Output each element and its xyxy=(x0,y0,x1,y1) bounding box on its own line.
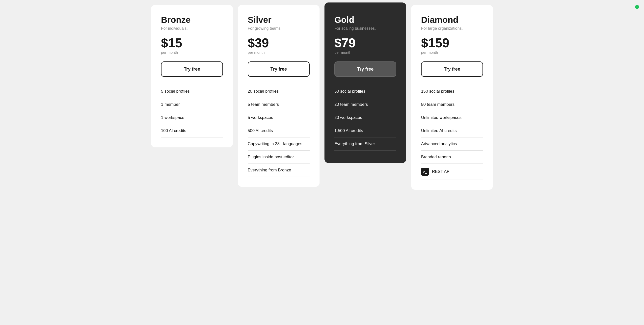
try-free-button-diamond[interactable]: Try free xyxy=(421,62,483,77)
plan-card-diamond: Diamond For large organizations. $159 pe… xyxy=(411,5,493,190)
plan-period-silver: per month xyxy=(248,50,310,54)
feature-members-gold: 20 team members xyxy=(334,98,396,111)
plan-tagline-diamond: For large organizations. xyxy=(421,26,483,31)
features-list-bronze: 5 social profiles 1 member 1 workspace 1… xyxy=(161,85,223,138)
try-free-button-silver[interactable]: Try free xyxy=(248,62,310,77)
feature-social-profiles-silver: 20 social profiles xyxy=(248,85,310,98)
plan-name-diamond: Diamond xyxy=(421,15,483,25)
feature-members-diamond: 50 team members xyxy=(421,98,483,111)
feature-ai-credits-silver: 500 AI credits xyxy=(248,124,310,138)
feature-members-bronze: 1 member xyxy=(161,98,223,111)
plan-card-silver: Silver For growing teams. $39 per month … xyxy=(238,5,320,187)
terminal-icon: >_ xyxy=(421,168,429,176)
plan-price-silver: $39 xyxy=(248,37,310,49)
feature-ai-credits-diamond: Unlimited AI credits xyxy=(421,124,483,138)
feature-social-profiles-bronze: 5 social profiles xyxy=(161,85,223,98)
feature-workspaces-diamond: Unlimited workspaces xyxy=(421,111,483,124)
plan-price-diamond: $159 xyxy=(421,37,483,49)
features-list-gold: 50 social profiles 20 team members 20 wo… xyxy=(334,85,396,150)
plan-period-diamond: per month xyxy=(421,50,483,54)
features-list-diamond: 150 social profiles 50 team members Unli… xyxy=(421,85,483,180)
feature-ai-credits-bronze: 100 AI credits xyxy=(161,124,223,138)
status-indicator xyxy=(635,5,639,9)
feature-api-diamond: >_ REST API xyxy=(421,164,483,180)
plan-period-bronze: per month xyxy=(161,50,223,54)
plan-tagline-gold: For scaling businesses. xyxy=(334,26,396,31)
plan-period-gold: per month xyxy=(334,50,396,54)
plan-tagline-bronze: For individuals. xyxy=(161,26,223,31)
feature-from-silver-gold: Everything from Silver xyxy=(334,138,396,150)
plan-card-bronze: Bronze For individuals. $15 per month Tr… xyxy=(151,5,233,148)
feature-reports-diamond: Branded reports xyxy=(421,150,483,164)
feature-social-profiles-diamond: 150 social profiles xyxy=(421,85,483,98)
plan-price-gold: $79 xyxy=(334,37,396,49)
try-free-button-gold[interactable]: Try free xyxy=(334,62,396,77)
feature-members-silver: 5 team members xyxy=(248,98,310,111)
feature-from-bronze-silver: Everything from Bronze xyxy=(248,164,310,177)
feature-workspaces-gold: 20 workspaces xyxy=(334,111,396,124)
plan-tagline-silver: For growing teams. xyxy=(248,26,310,31)
try-free-button-bronze[interactable]: Try free xyxy=(161,62,223,77)
plan-name-silver: Silver xyxy=(248,15,310,25)
feature-api-label: REST API xyxy=(432,169,450,174)
feature-social-profiles-gold: 50 social profiles xyxy=(334,85,396,98)
feature-analytics-diamond: Advanced analytics xyxy=(421,138,483,150)
plan-name-bronze: Bronze xyxy=(161,15,223,25)
feature-workspace-bronze: 1 workspace xyxy=(161,111,223,124)
feature-ai-credits-gold: 1,500 AI credits xyxy=(334,124,396,138)
plan-price-bronze: $15 xyxy=(161,37,223,49)
pricing-container: Bronze For individuals. $15 per month Tr… xyxy=(148,5,496,190)
feature-plugins-silver: Plugins inside post editor xyxy=(248,150,310,164)
feature-copywriting-silver: Copywriting in 28+ languages xyxy=(248,138,310,150)
plan-name-gold: Gold xyxy=(334,15,396,25)
feature-workspaces-silver: 5 workspaces xyxy=(248,111,310,124)
features-list-silver: 20 social profiles 5 team members 5 work… xyxy=(248,85,310,177)
plan-card-gold: Gold For scaling businesses. $79 per mon… xyxy=(324,2,406,163)
